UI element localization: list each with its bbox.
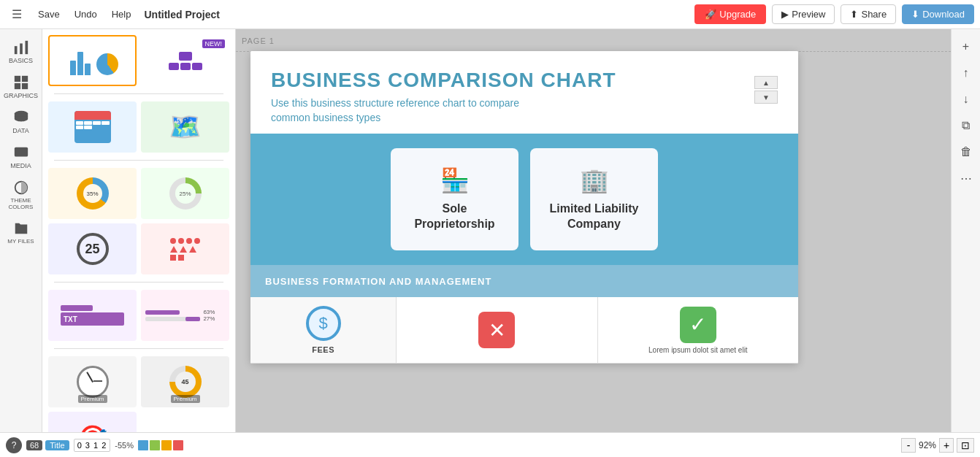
red-x-cell: ✕	[397, 297, 597, 363]
menu-icon: ☰	[12, 7, 22, 21]
menu-button[interactable]: ☰	[6, 4, 28, 26]
premium-badge-timer: Premium	[170, 395, 199, 403]
help-icon: ?	[12, 440, 17, 450]
widget-divider-2	[54, 160, 223, 161]
share-button[interactable]: ⬆ Share	[841, 4, 896, 24]
widget-donut-35[interactable]: 35%	[48, 168, 137, 219]
play-icon: ▶	[781, 9, 789, 20]
sidebar-item-my-files[interactable]: MY FILES	[3, 216, 39, 249]
widget-number-circle[interactable]: 25	[48, 223, 137, 274]
widget-speedometer[interactable]: 🎯 Premium	[48, 412, 137, 432]
widget-grid: NEW! 🗺️	[42, 29, 235, 432]
scroll-up-button[interactable]: ▲	[754, 76, 778, 89]
sale-store-icon: 🏪	[440, 166, 470, 194]
biz-card-llc[interactable]: 🏢 Limited LiabilityCompany	[530, 148, 658, 250]
fees-label: FEES	[312, 345, 334, 354]
widget-bar-chart-h[interactable]: 63% 27%	[141, 290, 229, 341]
building-icon: 🏢	[580, 166, 609, 194]
section-header-text: BUSINESS FORMATION AND MANAGEMENT	[265, 276, 491, 287]
widget-divider-1	[54, 93, 223, 94]
project-title: Untitled Project	[144, 9, 219, 20]
widget-wall-clock[interactable]: Premium	[48, 356, 137, 407]
bottom-badge-68: 68	[26, 440, 42, 450]
page-label: PAGE 1	[242, 37, 275, 45]
biz-card-title-llc: Limited LiabilityCompany	[550, 201, 639, 232]
share-icon: ⬆	[850, 9, 858, 20]
dollar-icon: $	[306, 306, 341, 341]
widget-dot-shapes[interactable]	[141, 223, 229, 274]
more-options-button[interactable]: ⋯	[954, 166, 978, 190]
duplicate-icon: ⧉	[962, 119, 970, 132]
bottom-percent: -55%	[115, 441, 134, 450]
move-up-button[interactable]: ↑	[954, 61, 978, 85]
widget-chart-pie[interactable]	[48, 35, 137, 86]
svg-rect-8	[14, 147, 27, 157]
biz-card-sole-proprietorship[interactable]: 🏪 SoleProprietorship	[391, 148, 518, 250]
add-element-button[interactable]: +	[954, 35, 978, 58]
infographic-title: BUSINESS COMPARISON CHART	[271, 69, 754, 92]
download-icon: ⬇	[911, 9, 919, 20]
sidebar-item-media[interactable]: MEDIA	[3, 140, 39, 174]
widget-timer[interactable]: 45 Premium	[141, 356, 229, 407]
main-body: BASICS GRAPHICS DATA MEDIA THEME COLORS …	[0, 29, 980, 432]
duplicate-button[interactable]: ⧉	[954, 114, 978, 137]
widget-world-map[interactable]: 🗺️	[141, 101, 229, 153]
widget-divider-3	[54, 282, 223, 283]
infographic-header: BUSINESS COMPARISON CHART Use this busin…	[250, 51, 798, 134]
biz-card-title-sole: SoleProprietorship	[414, 201, 494, 232]
save-button[interactable]: Save	[34, 6, 64, 23]
fees-cell: $ FEES	[250, 297, 397, 363]
sidebar-item-graphics[interactable]: GRAPHICS	[3, 70, 39, 104]
svg-rect-2	[25, 41, 28, 54]
move-down-button[interactable]: ↓	[954, 88, 978, 111]
svg-rect-6	[21, 83, 27, 89]
undo-button[interactable]: Undo	[70, 6, 102, 23]
widget-calendar[interactable]	[48, 101, 137, 153]
section-header: BUSINESS FORMATION AND MANAGEMENT	[250, 265, 798, 297]
minus-icon: -	[907, 439, 911, 451]
upgrade-button[interactable]: 🚀 Upgrade	[694, 4, 766, 24]
sidebar-item-basics[interactable]: BASICS	[3, 35, 39, 69]
infographic-subtitle: Use this business structure reference ch…	[271, 96, 754, 125]
lorem-text: Lorem ipsum dolot sit amet elit	[648, 346, 748, 354]
canvas-area: PAGE 1 BUSINESS COMPARISON CHART Use thi…	[236, 29, 951, 432]
upgrade-icon: 🚀	[705, 9, 716, 20]
fit-page-button[interactable]: ⊡	[957, 438, 974, 453]
zoom-minus-button[interactable]: -	[901, 438, 916, 453]
widget-panel: NEW! 🗺️	[42, 29, 236, 432]
widget-divider-4	[54, 348, 223, 349]
biz-types-row: 🏪 SoleProprietorship 🏢 Limited Liability…	[250, 134, 798, 265]
zoom-level: 92%	[919, 440, 936, 450]
bottom-toolbar: ? 68 Title 0 3 1 2 -55% - 92% + ⊡	[0, 432, 980, 457]
plus-icon: +	[943, 439, 949, 451]
red-x-icon: ✕	[478, 312, 515, 348]
widget-org-chart[interactable]: NEW!	[141, 35, 229, 86]
help-circle-button[interactable]: ?	[6, 437, 22, 453]
infographic: BUSINESS COMPARISON CHART Use this busin…	[250, 51, 798, 364]
ellipsis-icon: ⋯	[960, 172, 972, 185]
arrow-up-icon: ↑	[963, 66, 969, 80]
sidebar-item-theme-colors[interactable]: THEME COLORS	[3, 175, 39, 215]
top-toolbar: ☰ Save Undo Help Untitled Project 🚀 Upgr…	[0, 0, 980, 29]
scroll-down-button[interactable]: ▼	[754, 91, 778, 104]
zoom-control: - 92% + ⊡	[901, 438, 974, 453]
donut-25-value: 25%	[175, 183, 196, 204]
arrow-down-icon: ↓	[963, 93, 969, 106]
bottom-counter: 0 3 1 2	[74, 439, 111, 452]
zoom-plus-button[interactable]: +	[939, 438, 954, 453]
preview-button[interactable]: ▶ Preview	[772, 4, 835, 24]
svg-rect-1	[20, 44, 23, 55]
svg-rect-4	[21, 76, 27, 82]
delete-button[interactable]: 🗑	[954, 140, 978, 164]
green-check-icon: ✓	[680, 307, 716, 343]
bottom-badge-item: 68 Title	[26, 440, 69, 450]
plus-icon: +	[962, 40, 969, 53]
new-badge: NEW!	[202, 39, 226, 48]
data-row-fees: $ FEES ✕ ✓ Lorem ipsum dolot sit amet el…	[250, 297, 798, 364]
bottom-title-label: Title	[45, 440, 69, 450]
widget-text-block[interactable]: TXT	[48, 290, 137, 341]
sidebar-item-data[interactable]: DATA	[3, 105, 39, 139]
help-button[interactable]: Help	[107, 6, 136, 23]
widget-donut-25[interactable]: 25%	[141, 168, 229, 219]
download-button[interactable]: ⬇ Download	[902, 4, 974, 24]
